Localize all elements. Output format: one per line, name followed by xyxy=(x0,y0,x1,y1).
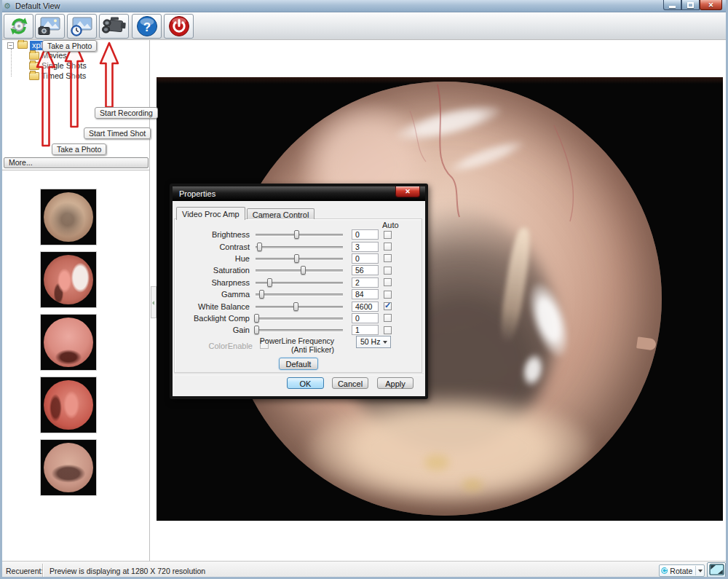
toolbar: ⚙? xyxy=(0,12,728,40)
white-balance-value-field[interactable]: 4600 xyxy=(352,302,379,312)
gamma-slider-thumb[interactable] xyxy=(259,290,264,299)
saturation-auto-checkbox[interactable] xyxy=(384,267,392,275)
gamma-slider[interactable] xyxy=(256,289,343,299)
more-button[interactable]: More... xyxy=(4,157,149,168)
powerline-frequency-select[interactable]: 50 Hz xyxy=(356,336,391,348)
saturation-slider-thumb[interactable] xyxy=(301,266,306,275)
gamma-value-field[interactable]: 84 xyxy=(352,289,379,299)
tree-item-timed-shots[interactable]: Timed Shots xyxy=(41,71,86,81)
sharpness-slider[interactable] xyxy=(256,277,343,288)
callout-start-recording: Start Recording xyxy=(95,107,158,119)
sharpness-slider-thumb[interactable] xyxy=(267,278,272,287)
saturation-value-field[interactable]: 56 xyxy=(352,265,379,275)
ok-button[interactable]: OK xyxy=(287,377,324,389)
white-balance-auto-checkbox[interactable]: ✓ xyxy=(384,302,392,310)
timed-photo-button[interactable] xyxy=(67,14,97,39)
slider-rows: Brightness0Contrast3Hue0Saturation56Shar… xyxy=(173,229,425,336)
cancel-button[interactable]: Cancel xyxy=(332,377,368,389)
backlight-comp-slider[interactable] xyxy=(256,313,343,323)
hue-value-field[interactable]: 0 xyxy=(352,253,379,264)
dialog-titlebar[interactable]: Properties xyxy=(173,186,425,201)
hue-auto-checkbox[interactable] xyxy=(384,254,392,262)
properties-dialog: Properties ✕ Video Proc Amp Camera Contr… xyxy=(170,184,428,399)
slider-row-white-balance: White Balance4600✓ xyxy=(173,300,425,312)
tab-video-proc-amp[interactable]: Video Proc Amp xyxy=(176,207,245,220)
sharpness-auto-checkbox[interactable] xyxy=(384,278,392,286)
contrast-auto-checkbox[interactable] xyxy=(384,243,392,251)
rotate-button[interactable]: Rotate xyxy=(659,564,705,577)
contrast-slider-thumb[interactable] xyxy=(257,243,262,251)
slider-row-brightness: Brightness0 xyxy=(173,229,425,240)
nasal-cavity-thumbnail[interactable] xyxy=(40,377,97,433)
callout-take-a-photo: Take a Photo xyxy=(52,143,106,155)
tree-collapse-icon[interactable]: − xyxy=(7,42,14,49)
close-button[interactable]: ✕ xyxy=(700,0,722,10)
backlight-comp-auto-checkbox[interactable] xyxy=(384,314,392,322)
contrast-label: Contrast xyxy=(173,243,256,251)
help-button[interactable]: ? xyxy=(132,14,162,39)
hue-slider[interactable] xyxy=(256,253,343,264)
dialog-tabs: Video Proc Amp Camera Control xyxy=(176,207,316,219)
slider-row-hue: Hue0 xyxy=(173,253,425,264)
tab-camera-control[interactable]: Camera Control xyxy=(247,208,315,219)
brightness-label: Brightness xyxy=(173,230,256,239)
brightness-value-field[interactable]: 0 xyxy=(352,229,379,240)
folder-icon xyxy=(29,62,39,70)
contrast-slider[interactable] xyxy=(256,242,343,252)
saturation-slider[interactable] xyxy=(256,265,343,275)
nasopharynx-thumbnail[interactable] xyxy=(40,439,97,496)
backlight-comp-slider-thumb[interactable] xyxy=(254,314,259,323)
rotate-label: Rotate xyxy=(670,567,692,575)
slider-row-backlight-comp: Backlight Comp0 xyxy=(173,312,425,324)
settings-refresh-button[interactable]: ⚙ xyxy=(4,14,33,39)
gain-value-field[interactable]: 1 xyxy=(352,325,379,335)
tree-item-single-shots[interactable]: Single Shots xyxy=(41,61,87,71)
dialog-close-button[interactable]: ✕ xyxy=(395,186,420,197)
maximize-button[interactable] xyxy=(681,0,700,10)
window-controls: ✕ xyxy=(663,0,722,11)
power-button[interactable] xyxy=(164,14,194,39)
apply-button[interactable]: Apply xyxy=(377,377,414,389)
rotate-icon xyxy=(661,566,668,575)
backlight-comp-label: Backlight Comp xyxy=(173,314,256,323)
slider-row-gamma: Gamma84 xyxy=(173,288,425,300)
backlight-comp-value-field[interactable]: 0 xyxy=(352,313,379,323)
svg-text:?: ? xyxy=(143,20,150,34)
folder-icon xyxy=(17,41,28,49)
rotate-dropdown-icon[interactable] xyxy=(698,570,703,572)
fullscreen-button[interactable] xyxy=(707,562,726,578)
throat-larynx-thumbnail[interactable] xyxy=(40,314,97,371)
panel-splitter[interactable] xyxy=(151,286,157,318)
take-photo-icon xyxy=(38,16,62,37)
white-balance-slider[interactable] xyxy=(256,302,343,312)
gamma-auto-checkbox[interactable] xyxy=(384,291,392,299)
checkmark-icon: ✓ xyxy=(384,301,391,310)
contrast-value-field[interactable]: 3 xyxy=(352,242,379,252)
ear-canal-thumbnail[interactable] xyxy=(40,189,97,245)
brightness-slider-thumb[interactable] xyxy=(294,230,299,239)
tree-item-movies[interactable]: Movies xyxy=(41,51,67,60)
nasal-passage-thumbnail[interactable] xyxy=(40,251,97,308)
white-balance-slider-thumb[interactable] xyxy=(293,302,298,311)
sharpness-label: Sharpness xyxy=(173,278,256,287)
timed-photo-icon xyxy=(70,16,94,37)
help-icon: ? xyxy=(136,15,158,37)
slider-row-gain: Gain1 xyxy=(173,324,425,336)
brightness-auto-checkbox[interactable] xyxy=(384,231,392,239)
sharpness-value-field[interactable]: 2 xyxy=(352,277,379,288)
gain-slider[interactable] xyxy=(256,325,343,335)
take-photo-button[interactable] xyxy=(35,14,65,39)
brightness-slider[interactable] xyxy=(256,229,343,240)
gain-slider-thumb[interactable] xyxy=(254,326,259,334)
default-button[interactable]: Default xyxy=(279,358,318,370)
gain-auto-checkbox[interactable] xyxy=(384,326,392,334)
power-icon xyxy=(168,15,190,37)
app-window: ⚙ Default View ✕ ⚙? − xplor MoviesSingle… xyxy=(0,0,728,579)
color-enable-label: ColorEnable xyxy=(173,342,253,350)
dropdown-caret-icon xyxy=(383,341,387,344)
record-video-button[interactable] xyxy=(99,14,129,39)
thumbnail-list xyxy=(2,175,150,561)
minimize-button[interactable] xyxy=(663,0,681,10)
folder-icon xyxy=(29,52,39,60)
hue-slider-thumb[interactable] xyxy=(294,254,299,263)
